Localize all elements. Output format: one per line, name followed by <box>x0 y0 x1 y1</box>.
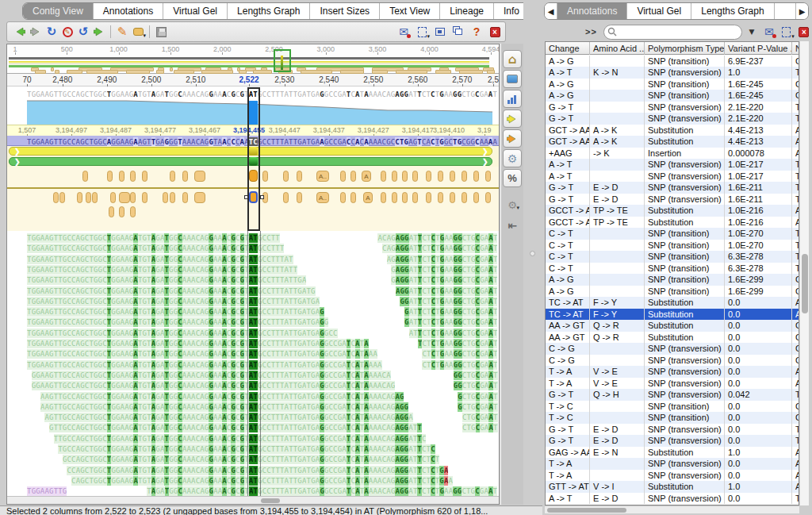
tab-insert-sizes[interactable]: Insert Sizes <box>310 3 380 19</box>
polymorphism-marker[interactable] <box>82 171 88 182</box>
tab-lengths-graph[interactable]: Lengths Graph <box>228 3 310 19</box>
polymorphism-marker[interactable] <box>297 192 302 203</box>
polymorphism-marker[interactable] <box>450 171 455 182</box>
back-icon[interactable] <box>12 24 28 40</box>
read-row[interactable]: ATTCTCTGAAGGCTGCGAAT <box>409 327 498 336</box>
read-row[interactable]: AAGTTGCCAGCTGGCTGGAAGATGTAGATGGCAAACAGGA… <box>40 401 408 410</box>
contig-overview[interactable]: 15001,0001,5002,0002,5003,0003,5004,0004… <box>7 44 499 74</box>
polymorphism-marker[interactable] <box>130 206 136 217</box>
collapse-left-button[interactable]: ⇤ <box>503 217 522 234</box>
read-row[interactable]: GCTGCGAAT <box>458 401 497 410</box>
panel-splitter[interactable] <box>523 0 542 515</box>
column-header-n[interactable]: N <box>792 42 799 55</box>
table-row[interactable]: GCT -> AATA -> KSubstitution4.4E-213A <box>546 136 799 148</box>
window-duplicate-icon[interactable] <box>450 24 466 40</box>
table-row[interactable]: A -> GSNP (transition)6.9E-237G <box>546 56 799 67</box>
polymorphism-marker[interactable] <box>462 171 467 182</box>
polymorphism-marker[interactable] <box>297 171 302 182</box>
home-button[interactable]: ⌂ <box>503 50 522 68</box>
polymorphism-marker[interactable] <box>426 171 431 182</box>
annotations-vertical-scrollbar[interactable] <box>799 41 809 505</box>
polymorphism-marker[interactable] <box>426 192 431 203</box>
polymorphism-marker[interactable] <box>86 192 91 203</box>
polymorphism-marker[interactable] <box>438 192 443 203</box>
read-row[interactable]: GATTCTCTGAAGGCTGCGAAT <box>404 306 497 315</box>
polymorphism-marker[interactable] <box>485 171 491 182</box>
selection-handle-right[interactable] <box>260 195 264 199</box>
table-row[interactable]: AA -> GTQ -> RSubstitution0.0G <box>546 320 799 332</box>
help-icon[interactable]: ? <box>469 24 485 40</box>
polymorphism-marker[interactable] <box>350 171 356 182</box>
polymorphism-marker[interactable] <box>402 171 408 182</box>
next-edit-button[interactable] <box>503 129 522 148</box>
close-icon[interactable]: × <box>487 24 503 40</box>
mail-icon[interactable]: ✉ <box>761 24 777 40</box>
polymorphism-marker[interactable] <box>381 171 386 182</box>
read-row[interactable]: TGGAAGTTG <box>27 485 67 494</box>
tab-virtual-gel[interactable]: Virtual Gel <box>163 3 228 19</box>
table-row[interactable]: C -> TSNP (transition)1.0E-270T <box>546 228 799 240</box>
polymorphism-marker[interactable] <box>412 171 418 182</box>
polymorphism-marker[interactable] <box>283 192 289 203</box>
undo-list-icon[interactable]: ↺ <box>75 24 91 40</box>
window-restore-icon[interactable] <box>432 24 448 40</box>
table-row[interactable]: GCCT -> ATCTTP -> TESubstitution1.0E-216… <box>546 205 799 217</box>
polymorphism-marker[interactable] <box>392 192 397 203</box>
polymorphism-marker[interactable] <box>170 192 175 203</box>
table-row[interactable]: T -> ASNP (transversion)0.0A <box>546 470 799 482</box>
polymorphism-marker[interactable] <box>340 171 346 182</box>
polymorphism-marker[interactable]: A.. <box>316 192 329 203</box>
polymorphism-marker[interactable] <box>170 171 175 182</box>
table-row[interactable]: G -> TE -> DSNP (transversion)1.6E-211T <box>546 182 799 194</box>
read-row[interactable]: TGGAAGTTGCCAGCTGGCTGGAAGATGTAGATGGCAAACA… <box>27 359 382 368</box>
polymorphism-marker[interactable] <box>473 192 479 203</box>
tab-right-lengths-graph[interactable]: Lengths Graph <box>691 3 774 19</box>
read-row[interactable]: TGCCAGCTGGCTGGAAGATGTAGATGGCAAACAGGAAACG… <box>58 443 435 452</box>
collapse-left-icon[interactable]: ⇤ <box>504 217 520 233</box>
read-row[interactable]: TGGAAGTTGCCAGCTGGCTGGAAGATGTAGATGGCAAACA… <box>27 337 369 347</box>
polymorphism-marker[interactable] <box>283 171 289 182</box>
settings-icon[interactable]: ⚙ <box>504 151 520 167</box>
read-row[interactable]: GGATTCTCTGAAGGCTGCGAAT <box>400 295 497 305</box>
table-row[interactable]: G -> TSNP (transversion)2.1E-220T <box>546 102 799 113</box>
percent-icon[interactable]: % <box>504 171 520 186</box>
read-row[interactable]: AGGATTCTCTGAAGGCTGCGAAT <box>396 285 498 294</box>
polymorphism-marker[interactable] <box>450 192 455 203</box>
read-row[interactable]: ACAGAGGATTCTCTGAAGGCTGCGAAT <box>377 232 497 241</box>
histogram-icon[interactable] <box>504 91 520 107</box>
polymorphism-marker[interactable]: A.. <box>316 171 329 182</box>
read-row[interactable]: TGGAAGTTGCCAGCTGGCTGGAAGATGTAGATGGCAAACA… <box>27 327 338 336</box>
table-row[interactable]: G -> TSNP (transversion)2.1E-220T <box>546 113 799 125</box>
polymorphism-marker[interactable] <box>182 171 188 182</box>
read-row[interactable]: TAGATGGCAAACAGGAAACGCGTATGCCTTTATTGATGAG… <box>147 485 497 494</box>
column-header-amino-acid[interactable]: Amino Acid ... <box>590 42 645 55</box>
read-row[interactable]: CAGCTGGCTGGAAGATGTAGATGGCAAACAGGAAACGCGT… <box>71 475 453 484</box>
dropdown-arrow-icon[interactable]: ▼ <box>744 24 760 40</box>
polymorphism-marker[interactable] <box>182 192 188 203</box>
read-row[interactable]: GGCTGCGAAT <box>454 369 498 379</box>
read-row[interactable]: GCCAGCTGGCTGGAAGATGTAGATGGCAAACAGGAAACGC… <box>63 453 439 463</box>
table-row[interactable]: TC -> ATF -> YSubstitution0.0A <box>546 297 799 309</box>
tab-right-virtual-gel[interactable]: Virtual Gel <box>627 3 691 19</box>
annotation-search-input[interactable] <box>603 25 742 40</box>
polymorphism-marker[interactable] <box>402 192 408 203</box>
read-row[interactable]: GCTGCGAAT <box>458 390 497 400</box>
read-row[interactable]: GAGGATTCTCTGAAGGCTGCGAAT <box>391 274 497 283</box>
table-row[interactable]: C -> GSNP (transversion)0.0G <box>546 355 799 367</box>
read-row[interactable]: CTCTGAAGGCTGCGAAT <box>422 359 497 368</box>
polymorphism-marker[interactable] <box>53 192 59 203</box>
read-row[interactable]: CTGCGAAT <box>462 421 498 431</box>
table-row[interactable]: T -> CSNP (transition)0.0C <box>546 412 799 424</box>
table-row[interactable]: A -> TSNP (transversion)1.0E-217T <box>546 171 799 183</box>
polymorphism-marker[interactable] <box>119 171 124 182</box>
table-row[interactable]: A -> TK -> NSNP (transversion)1.0T <box>546 67 799 79</box>
annotations-hscroll-thumb[interactable] <box>547 508 626 513</box>
table-row[interactable]: T -> AV -> ESNP (transversion)0.0A <box>546 366 799 378</box>
table-row[interactable]: G -> TE -> DSNP (transversion)0.0T <box>546 424 799 436</box>
settings-button[interactable]: ⚙ <box>503 149 522 167</box>
read-row[interactable]: GGAAGTTGCCAGCTGGCTGGAAGATGTAGATGGCAAACAG… <box>32 379 396 389</box>
polymorphism-marker[interactable] <box>473 171 479 182</box>
next-tag-icon[interactable] <box>504 111 520 127</box>
contig-view-panel[interactable]: 15001,0001,5002,0002,5003,0003,5004,0004… <box>6 44 500 505</box>
tab-text-view[interactable]: Text View <box>380 3 440 19</box>
